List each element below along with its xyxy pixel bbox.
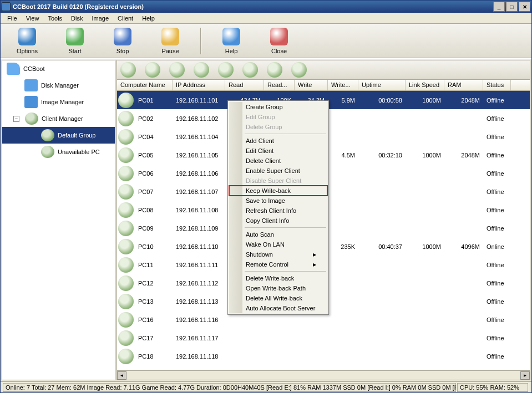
menu-auto-allocate-boot-server[interactable]: Auto Allocate Boot Server [229,303,327,313]
options-icon [18,28,36,45]
tree-disk-manager[interactable]: Disk Manager [2,77,115,94]
col-header[interactable]: Write [295,80,328,90]
client-tool-icon[interactable] [169,62,185,78]
client-toolbar [116,60,530,80]
col-header[interactable]: Link Speed [406,80,444,90]
menu-wake-on-lan[interactable]: Wake On LAN [229,239,327,249]
status-right: CPU: 55% RAM: 52% [457,383,528,392]
titlebar: CCBoot 2017 Build 0120 (Registered versi… [1,1,531,13]
cell-status: Offline [483,97,511,104]
menu-add-client[interactable]: Add Client [229,136,327,146]
client-icon [118,294,134,309]
close-icon [270,28,288,45]
tree-item-icon [7,63,20,75]
tool-options-button[interactable]: Options [5,28,49,54]
menu-label: Disable Super Client [246,177,301,184]
tool-pause-button[interactable]: Pause [148,28,192,54]
cell-name: PC06 [135,170,173,177]
context-menu: Create GroupEdit GroupDelete GroupAdd Cl… [227,100,329,315]
expander-icon[interactable]: − [13,116,19,122]
client-tool-icon[interactable] [145,62,160,78]
cell-ip: 192.168.11.107 [173,188,225,195]
tool-stop-button[interactable]: Stop [100,28,145,54]
menu-auto-scan[interactable]: Auto Scan [229,229,327,239]
cell-name: PC09 [135,225,173,232]
tool-close-button[interactable]: Close [257,28,301,54]
menu-image[interactable]: Image [87,14,113,23]
cell-ram: 2048M [444,152,483,159]
menu-open-write-back-path[interactable]: Open Write-back Path [229,283,327,293]
menu-keep-write-back[interactable]: Keep Write-back [229,186,327,196]
minimize-button[interactable]: _ [493,2,505,12]
cell-ip: 192.168.11.101 [173,97,225,104]
table-row[interactable]: PC18192.168.11.118Offline [117,347,530,365]
menu-create-group[interactable]: Create Group [229,102,327,112]
tree-item-label: Disk Manager [41,82,79,89]
window-title: CCBoot 2017 Build 0120 (Registered versi… [13,3,493,10]
tree-ccboot[interactable]: CCBoot [2,60,115,77]
client-tool-icon[interactable] [120,62,136,78]
client-icon [118,221,134,236]
client-tool-icon[interactable] [218,62,234,78]
tree-image-manager[interactable]: Image Manager [2,94,115,110]
menu-file[interactable]: File [3,14,22,23]
menu-help[interactable]: Help [138,14,159,23]
col-header[interactable]: Write... [328,80,358,90]
menu-shutdown[interactable]: Shutdown [229,249,327,259]
tree-client-manager[interactable]: −Client Manager [2,110,115,127]
menu-copy-client-info[interactable]: Copy Client Info [229,216,327,226]
tool-label: Stop [116,48,129,54]
cell-ip: 192.168.11.113 [173,298,225,305]
menu-label: Keep Write-back [246,187,291,194]
col-header[interactable]: Read [225,80,264,90]
cell-status: Offline [483,170,511,177]
scroll-left-icon[interactable]: ◄ [117,371,126,380]
client-tool-icon[interactable] [267,62,282,78]
menu-tools[interactable]: Tools [43,14,67,23]
tool-start-button[interactable]: Start [53,28,97,54]
menu-refresh-client-info[interactable]: Refresh Client Info [229,206,327,216]
client-tool-icon[interactable] [194,62,209,78]
client-icon [118,349,134,364]
horizontal-scrollbar[interactable]: ◄ ► [117,370,530,380]
col-header[interactable]: Uptime [358,80,406,90]
cell-ip: 192.168.11.105 [173,152,225,159]
tree-item-icon [24,96,38,108]
menu-delete-write-back[interactable]: Delete Write-back [229,273,327,283]
cell-name: PC11 [135,262,173,268]
tree-default-group[interactable]: Default Group [2,127,115,144]
close-button[interactable]: ✕ [519,2,530,12]
table-row[interactable]: PC17192.168.11.117Offline [117,329,530,347]
menu-delete-client[interactable]: Delete Client [229,156,327,166]
menu-delete-group: Delete Group [229,122,327,132]
maximize-button[interactable]: □ [506,2,518,12]
menu-remote-control[interactable]: Remote Control [229,259,327,269]
menu-label: Delete Write-back [246,275,294,282]
menu-delete-all-write-back[interactable]: Delete All Write-back [229,293,327,303]
menu-label: Refresh Client Info [246,207,296,214]
nav-tree: CCBootDisk ManagerImage Manager−Client M… [2,60,115,380]
tool-help-button[interactable]: Help [209,28,254,54]
menubar: FileViewToolsDiskImageClientHelp [1,13,531,24]
cell-uptime: 00:40:37 [358,243,406,250]
menu-disk[interactable]: Disk [67,14,87,23]
menu-save-to-image[interactable]: Save to Image [229,196,327,206]
menu-edit-client[interactable]: Edit Client [229,146,327,156]
col-header[interactable]: Read... [264,80,295,90]
scroll-right-icon[interactable]: ► [520,371,530,380]
client-tool-icon[interactable] [242,62,258,78]
cell-status: Offline [483,280,511,287]
col-header[interactable]: RAM [444,80,483,90]
client-tool-icon[interactable] [291,62,307,78]
menu-view[interactable]: View [22,14,44,23]
menu-label: Open Write-back Path [246,285,306,292]
col-header[interactable]: Status [483,80,511,90]
cell-uptime: 00:32:10 [358,152,406,159]
tree-unavailable-pc[interactable]: Unavailable PC [2,144,115,160]
col-header[interactable]: IP Address [173,80,225,90]
app-icon [2,2,11,11]
cell-ip: 192.168.11.102 [173,115,225,122]
menu-enable-super-client[interactable]: Enable Super Client [229,166,327,176]
col-header[interactable]: Computer Name [117,80,173,90]
menu-client[interactable]: Client [113,14,138,23]
